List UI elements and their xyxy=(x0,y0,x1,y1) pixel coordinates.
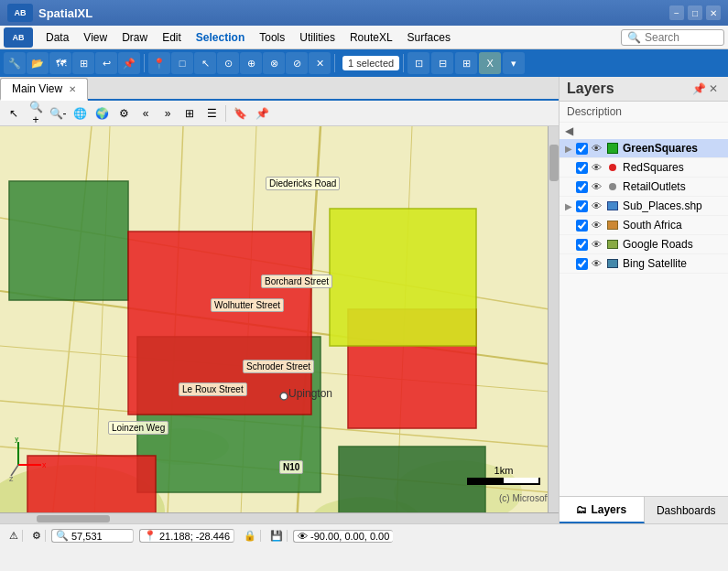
eye-icon-greensquares: 👁 xyxy=(590,143,603,154)
toolbar-btn-5[interactable]: ↩ xyxy=(95,52,117,74)
app-menu-logo: AB xyxy=(4,27,33,48)
close-button[interactable]: ✕ xyxy=(706,5,721,20)
label-bingsatellite: Bing Satellite xyxy=(623,257,724,270)
toolbar-separator-1 xyxy=(144,54,145,72)
toolbar-separator-3 xyxy=(403,54,404,72)
layer-item-googleroads[interactable]: 👁 Google Roads xyxy=(560,235,728,254)
toolbar-btn-3[interactable]: 🗺 xyxy=(49,52,71,74)
map-tool-settings[interactable]: ⚙ xyxy=(114,103,134,124)
menu-view[interactable]: View xyxy=(76,28,114,47)
layers-nav-arrow[interactable]: ◀ xyxy=(563,123,575,139)
toolbar-btn-14[interactable]: ✕ xyxy=(309,52,331,74)
toolbar-btn-2[interactable]: 📂 xyxy=(27,52,49,74)
toolbar-btn-12[interactable]: ⊗ xyxy=(263,52,285,74)
checkbox-southafrica[interactable] xyxy=(576,220,588,232)
checkbox-retailoutlets[interactable] xyxy=(576,181,588,193)
toolbar-btn-8[interactable]: □ xyxy=(171,52,193,74)
toolbar-btn-4[interactable]: ⊞ xyxy=(72,52,94,74)
toolbar-btn-10[interactable]: ⊙ xyxy=(217,52,239,74)
map-horizontal-scrollbar[interactable] xyxy=(0,512,559,523)
toolbar-btn-6[interactable]: 📌 xyxy=(118,52,140,74)
map-vertical-scrollbar[interactable] xyxy=(548,126,559,512)
map-tool-globe2[interactable]: 🌍 xyxy=(92,103,112,124)
checkbox-greensquares[interactable] xyxy=(576,143,588,155)
expand-icon-subplaces[interactable]: ▶ xyxy=(563,201,574,211)
toolbar-btn-7[interactable]: 📍 xyxy=(148,52,170,74)
menu-data[interactable]: Data xyxy=(38,28,76,47)
search-area[interactable]: 🔍 xyxy=(621,29,724,46)
menu-routexl[interactable]: RouteXL xyxy=(342,28,400,47)
maximize-button[interactable]: □ xyxy=(688,5,702,20)
map-tool-zoomout[interactable]: 🔍- xyxy=(48,103,68,124)
bottom-tab-layers[interactable]: 🗂 Layers xyxy=(560,497,645,523)
map-tool-globe1[interactable]: 🌐 xyxy=(70,103,90,124)
layer-item-southafrica[interactable]: 👁 South Africa xyxy=(560,216,728,235)
map-tool-left[interactable]: « xyxy=(136,103,156,124)
map-canvas[interactable]: Diedericks Road Borchard Street Wolhutte… xyxy=(0,126,559,512)
map-tool-menu[interactable]: ☰ xyxy=(201,103,222,124)
label-southafrica: South Africa xyxy=(623,219,724,232)
dashboards-tab-label: Dashboards xyxy=(657,504,716,517)
toolbar-btn-15[interactable]: ⊡ xyxy=(407,52,429,74)
layer-item-redsquares[interactable]: 👁 RedSquares xyxy=(560,158,728,178)
main-content: Main View ✕ ↖ 🔍+ 🔍- 🌐 🌍 ⚙ « » ⊞ ☰ 🔖 📌 xyxy=(0,77,728,523)
layers-desc-label: Description xyxy=(567,105,622,118)
tab-close-icon[interactable]: ✕ xyxy=(69,84,76,94)
map-tool-grid[interactable]: ⊞ xyxy=(179,103,200,124)
icon-subplaces xyxy=(604,199,621,212)
icon-bingsatellite xyxy=(604,257,621,270)
checkbox-redsquares[interactable] xyxy=(576,162,588,174)
map-tool-pin[interactable]: 📌 xyxy=(252,103,272,124)
checkbox-subplaces[interactable] xyxy=(576,200,588,212)
toolbar-btn-16[interactable]: ⊟ xyxy=(431,52,453,74)
map-toolbar: ↖ 🔍+ 🔍- 🌐 🌍 ⚙ « » ⊞ ☰ 🔖 📌 xyxy=(0,101,559,126)
toolbar-btn-19[interactable]: ▾ xyxy=(503,52,525,74)
layer-item-greensquares[interactable]: ▶ 👁 GreenSquares xyxy=(560,139,728,158)
toolbar-btn-18[interactable]: X xyxy=(479,52,501,74)
icon-retailoutlets xyxy=(604,180,621,193)
title-bar: AB SpatialXL − □ ✕ xyxy=(0,0,728,26)
minimize-button[interactable]: − xyxy=(669,5,684,20)
toolbar-btn-13[interactable]: ⊘ xyxy=(286,52,308,74)
svg-rect-18 xyxy=(9,181,128,300)
map-tool-pointer[interactable]: ↖ xyxy=(4,103,24,124)
toolbar-group-2: 📍 □ ↖ ⊙ ⊕ ⊗ ⊘ ✕ xyxy=(148,52,331,74)
tab-main-view-label: Main View xyxy=(12,82,62,95)
checkbox-googleroads[interactable] xyxy=(576,239,588,251)
map-tool-zoomin[interactable]: 🔍+ xyxy=(26,103,46,124)
menu-edit[interactable]: Edit xyxy=(155,28,189,47)
map-tool-right[interactable]: » xyxy=(158,103,178,124)
toolbar-separator-2 xyxy=(334,54,335,72)
menu-surfaces[interactable]: Surfaces xyxy=(400,28,458,47)
lock-icon: 🔒 xyxy=(244,530,256,542)
layers-pin-button[interactable]: 📌 xyxy=(691,81,706,96)
search-input[interactable] xyxy=(645,31,718,44)
map-svg xyxy=(0,126,559,512)
layer-item-bingsatellite[interactable]: 👁 Bing Satellite xyxy=(560,254,728,274)
toolbar-btn-9[interactable]: ↖ xyxy=(194,52,216,74)
toolbar-btn-11[interactable]: ⊕ xyxy=(240,52,262,74)
layers-list: ▶ 👁 GreenSquares 👁 RedSquares 👁 Ret xyxy=(560,139,728,496)
layer-item-subplaces[interactable]: ▶ 👁 Sub_Places.shp xyxy=(560,197,728,216)
statusbar-zoom[interactable]: 🔍 57,531 xyxy=(51,529,134,543)
label-greensquares: GreenSquares xyxy=(623,142,724,155)
layers-tab-icon: 🗂 xyxy=(576,503,587,516)
eye-icon-redsquares: 👁 xyxy=(590,162,603,173)
expand-icon-greensquares[interactable]: ▶ xyxy=(563,144,574,154)
checkbox-bingsatellite[interactable] xyxy=(576,258,588,270)
layers-close-button[interactable]: ✕ xyxy=(706,81,721,96)
icon-southafrica xyxy=(604,219,621,232)
menu-selection[interactable]: Selection xyxy=(189,28,252,47)
tab-main-view[interactable]: Main View ✕ xyxy=(0,78,88,101)
menu-utilities[interactable]: Utilities xyxy=(292,28,342,47)
toolbar-btn-17[interactable]: ⊞ xyxy=(455,52,477,74)
status-bar: ⚠ ⚙ 🔍 57,531 📍 21.188; -28.446 🔒 💾 👁 -90… xyxy=(0,523,728,547)
camera-value: -90.00, 0.00, 0.00 xyxy=(310,531,389,542)
menu-draw[interactable]: Draw xyxy=(114,28,155,47)
layer-item-retailoutlets[interactable]: 👁 RetailOutlets xyxy=(560,178,728,197)
bottom-tab-dashboards[interactable]: Dashboards xyxy=(645,497,729,523)
map-tool-bookmark[interactable]: 🔖 xyxy=(230,103,250,124)
menu-tools[interactable]: Tools xyxy=(252,28,292,47)
toolbar-btn-1[interactable]: 🔧 xyxy=(4,52,26,74)
zoom-icon: 🔍 xyxy=(56,530,69,542)
